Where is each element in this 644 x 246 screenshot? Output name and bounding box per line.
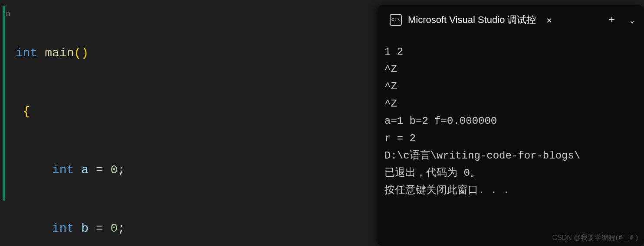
code-content[interactable]: int main() { int a = 0; int b = 0; float… — [0, 4, 378, 246]
var-b: b — [81, 222, 89, 235]
output-line: ^Z — [384, 95, 637, 113]
code-line: { — [16, 102, 378, 121]
terminal-controls: + ⌄ — [603, 12, 640, 29]
output-line: 1 2 — [384, 43, 637, 61]
terminal-window: C:\ Microsoft Visual Studio 调试控 ✕ + ⌄ 1 … — [378, 5, 644, 246]
collapse-toggle-icon[interactable]: ⊟ — [6, 10, 10, 19]
num: 0 — [111, 222, 118, 235]
num: 0 — [111, 163, 118, 177]
code-editor[interactable]: ⊟ int main() { int a = 0; int b = 0; flo… — [0, 0, 378, 246]
keyword-int: int — [52, 163, 74, 177]
output-line: a=1 b=2 f=0.000000 — [384, 113, 637, 130]
terminal-tab[interactable]: C:\ Microsoft Visual Studio 调试控 ✕ — [382, 8, 590, 32]
keyword-int: int — [52, 222, 74, 235]
output-line: ^Z — [384, 78, 637, 95]
output-line: r = 2 — [384, 130, 637, 147]
terminal-output[interactable]: 1 2^Z^Z^Za=1 b=2 f=0.000000r = 2D:\c语言\w… — [378, 35, 644, 208]
op-eq: = — [96, 163, 103, 177]
output-line: ^Z — [384, 61, 637, 78]
func-main: main — [45, 46, 74, 60]
terminal-title: Microsoft Visual Studio 调试控 — [408, 13, 536, 26]
var-a: a — [81, 163, 89, 177]
op-eq: = — [96, 222, 103, 235]
brace-open: { — [23, 105, 30, 118]
close-tab-button[interactable]: ✕ — [542, 13, 556, 27]
parens: () — [74, 46, 89, 60]
semi: ; — [118, 222, 125, 235]
tab-dropdown-button[interactable]: ⌄ — [624, 13, 640, 27]
keyword-int: int — [16, 46, 37, 60]
output-line: D:\c语言\writing-code-for-blogs\ — [384, 147, 637, 165]
watermark: CSDN @我要学编程(ಥ_ಥ) — [552, 233, 638, 243]
output-line: 已退出，代码为 0。 — [384, 165, 637, 182]
output-line: 按任意键关闭此窗口. . . — [384, 182, 637, 199]
semi: ; — [118, 163, 125, 177]
code-line: int a = 0; — [16, 160, 378, 180]
change-indicator-bar — [3, 6, 5, 201]
code-line: int main() — [16, 43, 378, 63]
terminal-titlebar[interactable]: C:\ Microsoft Visual Studio 调试控 ✕ + ⌄ — [378, 5, 644, 35]
new-tab-button[interactable]: + — [603, 12, 621, 29]
terminal-icon: C:\ — [390, 14, 402, 26]
code-line: int b = 0; — [16, 219, 378, 238]
